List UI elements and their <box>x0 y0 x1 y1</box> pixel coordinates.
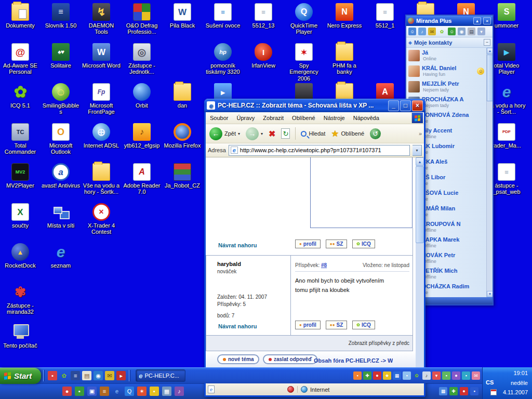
refresh-button[interactable]: ↻ <box>280 127 291 140</box>
desktop-icon-smilingbubbles[interactable]: ☺SmilingBubbles <box>41 83 81 115</box>
bar-yellow-icon[interactable]: ▪ <box>150 387 159 396</box>
toolbar-overflow-icon[interactable]: » <box>419 130 422 137</box>
post-reply-button[interactable]: zaslat odpověď <box>263 354 317 364</box>
desktop-icon-x-trader-4-contest[interactable]: ×X-Trader 4 Contest <box>81 203 122 235</box>
mtb-menu-icon[interactable]: ▾ <box>477 28 485 35</box>
bar-star-icon[interactable]: ✶ <box>137 387 147 396</box>
tray2-network-icon[interactable]: ▦ <box>439 387 447 395</box>
launch-paint-icon[interactable]: ▤ <box>82 371 91 380</box>
taskbar-task-pchelp[interactable]: e PC-HELP.C... <box>136 369 185 382</box>
miranda-scroll-thumb[interactable] <box>487 55 493 101</box>
mtb-status-icon[interactable]: ☺ <box>448 28 456 35</box>
mtb-icq-icon[interactable]: ✿ <box>438 28 446 35</box>
back-button[interactable]: ← Zpět ▾ <box>208 126 242 141</box>
tray-display-icon[interactable]: ▪ <box>403 371 411 380</box>
tray-scheduler-icon[interactable]: ▪ <box>462 371 470 380</box>
back-to-top-link-2[interactable]: Návrat nahoru <box>218 323 257 329</box>
bar-green-icon[interactable]: ▪ <box>75 387 84 396</box>
menu-soubor[interactable]: Soubor <box>210 115 228 121</box>
tray-mail-icon[interactable]: ✉ <box>472 371 480 380</box>
contact-já[interactable]: JáOnline <box>406 48 486 63</box>
bar-floppy-icon[interactable]: ▣ <box>87 387 97 396</box>
tray-messenger-icon[interactable]: ★ <box>383 371 391 380</box>
address-input[interactable]: e http://www.pc-help.cz/viewtopic.php?p=… <box>229 145 410 156</box>
close-button[interactable]: × <box>412 100 423 111</box>
bar-quicktime-icon[interactable]: Q <box>125 387 134 396</box>
desktop-icon-rocketdock[interactable]: ▲RocketDock <box>0 243 41 269</box>
icq-button[interactable]: ✿ICQ <box>352 240 375 248</box>
desktop-icon-tento-počítač[interactable]: Tento počítač <box>0 323 41 349</box>
tray-firewall-icon[interactable]: ● <box>373 371 381 380</box>
group-collapse-icon[interactable]: − <box>484 39 490 46</box>
desktop-icon-dan[interactable]: dan <box>162 83 203 109</box>
menu-zobrazit[interactable]: Zobrazit <box>263 115 284 121</box>
contact-group-header[interactable]: ◆ Moje kontakty − <box>406 37 493 48</box>
desktop-icon-microsoft-outlook[interactable]: OMicrosoft Outlook <box>41 123 81 155</box>
scrollbar[interactable]: ▲ ▼ <box>416 157 424 383</box>
desktop-icon-internet-adsl[interactable]: ⊕Internet ADSL <box>81 123 122 149</box>
tray-download-icon[interactable]: ▾ <box>432 371 441 380</box>
toolbar-grip[interactable] <box>43 370 45 381</box>
minimize-button[interactable]: _ <box>388 100 399 111</box>
icq-button[interactable]: ✿ICQ <box>352 321 375 329</box>
bar-pill-icon[interactable]: ● <box>62 387 72 396</box>
desktop-icon-spy-emergency-2006[interactable]: ✶Spy Emergency 2006 <box>284 43 324 82</box>
desktop-icon-mozilla-firefox[interactable]: Mozilla Firefox <box>162 123 203 149</box>
desktop-icon-quicktime-player[interactable]: QQuickTime Player <box>284 3 324 35</box>
desktop-icon-5512_13[interactable]: ≡5512_13 <box>243 3 284 29</box>
profil-button[interactable]: ●profil <box>295 240 321 248</box>
desktop-icon-adobe-reader-7.0[interactable]: AAdobe Reader 7.0 <box>122 163 162 195</box>
mtb-search-icon[interactable]: ◉ <box>458 28 466 35</box>
tray-icq-icon[interactable]: ✿ <box>413 371 421 380</box>
show-posts-label[interactable]: Zobrazit příspěvky z předc <box>349 340 409 346</box>
sz-button[interactable]: ●●SZ <box>326 240 347 248</box>
desktop-icon-ja_robot_cz[interactable]: Ja_Robot_CZ <box>162 163 203 189</box>
scroll-thumb[interactable] <box>416 166 424 243</box>
stop-button[interactable]: ✖ <box>267 128 277 140</box>
desktop-icon-avast!-antivirus[interactable]: aavast! Antivirus <box>41 163 81 189</box>
desktop-icon-sušení-ovoce[interactable]: ≡Sušení ovoce <box>203 3 243 29</box>
forward-dropdown-icon[interactable]: ▾ <box>261 131 263 136</box>
tray-update-icon[interactable]: ▪ <box>353 371 362 380</box>
toolbar-grip-2[interactable] <box>129 370 130 381</box>
tray-sync-icon[interactable]: ▪ <box>442 371 450 380</box>
desktop-icon-slovník-1.50[interactable]: ≡Slovník 1.50 <box>41 3 81 29</box>
launch-icq-icon[interactable]: ✿ <box>59 371 69 380</box>
launch-browser-icon[interactable]: ◉ <box>94 371 103 380</box>
desktop-icon-microsoft-frontpage[interactable]: FpMicrosoft FrontPage <box>81 83 122 115</box>
desktop-icon-microsoft-word[interactable]: WMicrosoft Word <box>81 43 122 69</box>
tray2-blue-icon[interactable]: ▪ <box>470 387 478 395</box>
desktop-icon-orbit[interactable]: Orbit <box>122 83 162 109</box>
scroll-up-icon[interactable]: ▲ <box>416 157 424 166</box>
mtb-sound-icon[interactable]: ♪ <box>418 28 426 35</box>
post-number-link[interactable]: #8 <box>321 262 327 268</box>
desktop-icon-daemon-tools[interactable]: ↯DAEMON Tools <box>81 3 122 35</box>
launch-media-icon[interactable]: ▪ <box>48 371 57 380</box>
menu-úpravy[interactable]: Úpravy <box>236 115 255 121</box>
forum-breadcrumb[interactable]: Obsah fóra PC-HELP.CZ -> W <box>314 357 393 364</box>
menu-nástroje[interactable]: Nástroje <box>324 115 345 121</box>
maximize-button[interactable]: □ <box>400 100 411 111</box>
tray-antivirus-icon[interactable]: ✚ <box>363 371 371 380</box>
sz-button[interactable]: ●●SZ <box>326 321 347 329</box>
desktop-icon-zástupce---jednotk...[interactable]: ◎Zástupce - Jednotk... <box>122 43 162 75</box>
tray-network-icon[interactable]: ▦ <box>393 371 401 380</box>
miranda-scroll-down-icon[interactable]: ▼ <box>487 291 493 297</box>
tray2-alert-icon[interactable]: ● <box>460 387 468 395</box>
forward-button[interactable]: → ▾ <box>244 126 264 141</box>
desktop-icon-solitaire[interactable]: ♠♥Solitaire <box>41 43 81 69</box>
desktop-icon-místa-v-síti[interactable]: Místa v síti <box>41 203 81 229</box>
desktop-icon-ad-aware-se-personal[interactable]: @Ad-Aware SE Personal <box>0 43 41 75</box>
desktop-icon-icq-5.1[interactable]: ✿ICQ 5.1 <box>0 83 41 109</box>
desktop-icon-pomocník-tiskárny-3320[interactable]: hppomocník tiskárny 3320 <box>203 43 243 75</box>
profil-button[interactable]: ●profil <box>295 321 321 329</box>
bar-music-icon[interactable]: ♪ <box>175 387 184 396</box>
bar-book-icon[interactable]: ≡ <box>100 387 109 396</box>
desktop-icon-vše-na-vodu-a-hory---šortk...[interactable]: Vše na vodu a hory - Šortk... <box>81 163 122 195</box>
start-button[interactable]: Start <box>0 368 41 384</box>
desktop-icon-mv2player[interactable]: MV2MV2Player <box>0 163 41 189</box>
bar-ie-icon[interactable]: e <box>112 387 122 396</box>
desktop-icon-5512_1[interactable]: ≡5512_1 <box>365 3 405 29</box>
miranda-scrollbar[interactable]: ▲ ▼ <box>486 48 493 297</box>
ie-titlebar[interactable]: e PC-HELP.CZ :: Zobrazit téma - Schovaná… <box>204 99 425 112</box>
